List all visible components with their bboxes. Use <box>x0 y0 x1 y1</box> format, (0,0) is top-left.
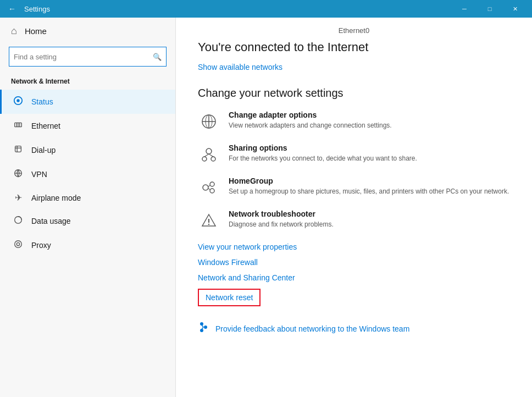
troubleshooter-item[interactable]: Network troubleshooter Diagnose and fix … <box>198 209 510 231</box>
status-icon <box>13 96 24 108</box>
network-reset-box: Network reset <box>198 289 261 306</box>
sidebar-item-ethernet[interactable]: Ethernet <box>0 114 175 138</box>
airplane-icon: ✈ <box>13 192 24 203</box>
sidebar-item-datausage[interactable]: Data usage <box>0 209 175 233</box>
svg-point-25 <box>210 189 214 193</box>
svg-point-12 <box>15 241 22 248</box>
svg-point-31 <box>204 326 207 329</box>
sharing-desc: For the networks you connect to, decide … <box>229 154 510 163</box>
feedback-text: Provide feedback about networking to the… <box>215 324 409 333</box>
svg-point-13 <box>16 242 19 245</box>
search-box: 🔍 <box>9 47 167 67</box>
main-content: Ethernet0 You're connected to the Intern… <box>176 18 532 397</box>
troubleshooter-title: Network troubleshooter <box>229 209 510 218</box>
sidebar-item-vpn[interactable]: VPN <box>0 162 175 186</box>
close-button[interactable]: ✕ <box>502 0 528 18</box>
ethernet-icon <box>13 120 24 132</box>
connected-status: You're connected to the Internet <box>198 40 510 54</box>
minimize-button[interactable]: ─ <box>452 0 477 18</box>
svg-line-33 <box>202 325 203 327</box>
titlebar: ← Settings ─ □ ✕ <box>0 0 532 18</box>
sharing-icon <box>198 144 220 166</box>
search-input[interactable] <box>14 53 153 61</box>
window-controls: ─ □ ✕ <box>452 0 528 18</box>
adapter-desc: View network adapters and change connect… <box>229 121 510 130</box>
adapter-title: Change adapter options <box>229 111 510 119</box>
search-icon: 🔍 <box>153 53 162 61</box>
svg-point-23 <box>203 185 208 190</box>
troubleshooter-icon <box>198 209 220 231</box>
adapter-options-item[interactable]: Change adapter options View network adap… <box>198 111 510 133</box>
svg-point-24 <box>210 182 214 186</box>
ethernet-header: Ethernet0 <box>198 18 510 37</box>
vpn-icon <box>13 168 24 180</box>
windows-firewall-link[interactable]: Windows Firewall <box>198 258 510 267</box>
home-nav-item[interactable]: ⌂ Home <box>0 18 175 45</box>
network-reset-link[interactable]: Network reset <box>206 293 253 302</box>
troubleshooter-desc: Diagnose and fix network problems. <box>229 220 510 229</box>
homegroup-title: HomeGroup <box>229 177 510 185</box>
svg-line-34 <box>202 327 203 329</box>
adapter-icon <box>198 111 220 133</box>
show-networks-link[interactable]: Show available networks <box>198 63 282 71</box>
feedback-icon <box>198 322 209 335</box>
sidebar-item-status[interactable]: Status <box>0 90 175 114</box>
homegroup-desc: Set up a homegroup to share pictures, mu… <box>229 187 510 196</box>
sidebar: ⌂ Home 🔍 Network & Internet Status <box>0 18 176 397</box>
window-title: Settings <box>24 5 452 13</box>
sidebar-item-dialup[interactable]: Dial-up <box>0 138 175 162</box>
svg-line-22 <box>209 154 213 157</box>
dialup-icon <box>13 144 24 156</box>
svg-point-18 <box>206 148 212 154</box>
restore-button[interactable]: □ <box>477 0 502 18</box>
sidebar-section-title: Network & Internet <box>0 73 175 90</box>
proxy-icon <box>13 239 24 251</box>
sharing-options-item[interactable]: Sharing options For the networks you con… <box>198 144 510 166</box>
network-properties-link[interactable]: View your network properties <box>198 242 510 251</box>
svg-point-19 <box>202 157 207 161</box>
svg-point-20 <box>211 157 215 161</box>
change-settings-title: Change your network settings <box>198 87 510 100</box>
svg-rect-6 <box>15 146 21 152</box>
svg-point-29 <box>208 224 209 225</box>
homegroup-icon <box>198 177 220 198</box>
sharing-center-link[interactable]: Network and Sharing Center <box>198 273 510 282</box>
sidebar-item-proxy[interactable]: Proxy <box>0 233 175 257</box>
feedback-item[interactable]: Provide feedback about networking to the… <box>198 322 510 335</box>
app-body: ⌂ Home 🔍 Network & Internet Status <box>0 18 532 397</box>
home-icon: ⌂ <box>11 25 17 37</box>
svg-point-1 <box>16 99 19 102</box>
back-button[interactable]: ← <box>4 1 20 16</box>
datausage-icon <box>13 215 24 227</box>
sidebar-item-airplane[interactable]: ✈ Airplane mode <box>0 186 175 209</box>
svg-line-21 <box>204 154 209 157</box>
homegroup-item[interactable]: HomeGroup Set up a homegroup to share pi… <box>198 177 510 198</box>
sharing-title: Sharing options <box>229 144 510 152</box>
